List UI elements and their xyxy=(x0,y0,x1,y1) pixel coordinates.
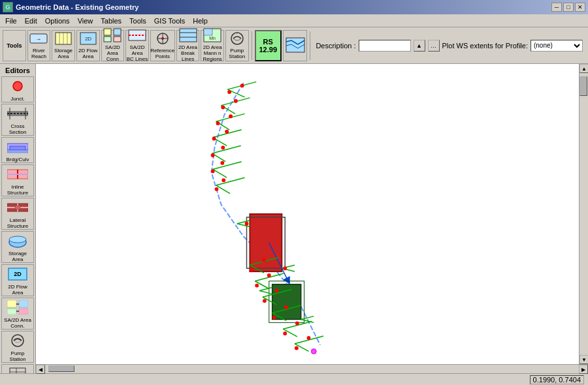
sa-2d-conn-button[interactable]: SA/2D AreaConn xyxy=(101,30,125,61)
sidebar-item-junct[interactable]: Junct. xyxy=(1,76,34,102)
coordinates-display: 0.1990, 0.7404 xyxy=(530,375,584,384)
sidebar-item-storage-area[interactable]: StorageArea xyxy=(1,231,34,263)
svg-point-26 xyxy=(13,82,22,91)
2d-flow-sidebar-label: 2D FlowArea xyxy=(8,284,27,296)
menu-tables[interactable]: Tables xyxy=(97,16,125,26)
map-icon xyxy=(285,35,306,56)
scroll-thumb-h[interactable] xyxy=(48,365,74,372)
scroll-down-button[interactable]: ▼ xyxy=(580,355,588,364)
svg-point-93 xyxy=(245,222,249,226)
tools-tab-button[interactable]: Tools xyxy=(3,30,26,61)
svg-point-120 xyxy=(272,316,276,320)
svg-point-24 xyxy=(231,33,243,44)
description-input[interactable] xyxy=(359,40,411,52)
river-reach-button[interactable]: → RiverReach xyxy=(27,30,51,61)
svg-point-79 xyxy=(225,130,229,134)
svg-point-51 xyxy=(12,335,24,346)
vertical-scrollbar[interactable]: ▲ ▼ xyxy=(579,64,588,364)
main-canvas[interactable] xyxy=(36,64,579,364)
2d-area-break-button[interactable]: 2D AreaBreak Lines xyxy=(176,30,200,61)
storage-area-sidebar-icon xyxy=(7,232,28,250)
reference-points-button[interactable]: ReferencePoints xyxy=(150,30,175,61)
menu-file[interactable]: File xyxy=(1,16,21,26)
lateral-structure-label: LateralStructure xyxy=(7,217,28,229)
geometry-svg xyxy=(36,64,579,364)
2d-mann-button[interactable]: Mn 2D AreaMann nRegions xyxy=(201,30,224,61)
rs-label: RS xyxy=(263,38,273,46)
svg-rect-40 xyxy=(15,206,20,209)
scroll-left-button[interactable]: ◀ xyxy=(36,365,45,374)
canvas-container: ▲ ▼ ◀ ▶ xyxy=(36,64,588,373)
sa-2d-bc-icon xyxy=(128,28,146,44)
description-area: Description : ▲ … Plot WS extents for Pr… xyxy=(313,40,585,52)
menu-help[interactable]: Help xyxy=(189,16,212,26)
scroll-right-button[interactable]: ▶ xyxy=(579,365,588,374)
sa-2d-conn-icon xyxy=(103,28,122,44)
plot-select[interactable]: (none) xyxy=(531,40,583,52)
scroll-track-h[interactable] xyxy=(45,365,579,373)
map-button[interactable] xyxy=(283,30,308,61)
rs-button[interactable]: RS 12.99 xyxy=(255,30,282,61)
svg-rect-33 xyxy=(7,150,28,153)
2d-mann-icon: Mn xyxy=(203,28,221,44)
htab-icon xyxy=(7,365,28,373)
sidebar-item-lateral-structure[interactable]: LateralStructure xyxy=(1,198,34,230)
sidebar-item-inline-structure[interactable]: InlineStructure xyxy=(1,164,34,196)
editors-header: Editors xyxy=(0,65,35,76)
svg-point-84 xyxy=(211,169,215,173)
reference-points-icon xyxy=(154,31,172,48)
2d-flow-area-button[interactable]: 2D 2D FlowArea xyxy=(76,30,100,61)
svg-point-77 xyxy=(229,114,233,118)
svg-point-114 xyxy=(250,268,253,271)
lateral-structure-icon xyxy=(7,198,28,217)
cross-section-label: CrossSection xyxy=(9,123,27,135)
svg-rect-18 xyxy=(180,29,197,42)
pump-station-toolbar-button[interactable]: PumpStation xyxy=(225,30,249,61)
storage-area-button[interactable]: StorageArea xyxy=(52,30,75,61)
svg-point-113 xyxy=(262,258,266,262)
close-button[interactable]: ✕ xyxy=(575,3,585,12)
scroll-up-button[interactable]: ▲ xyxy=(580,64,588,73)
maximize-button[interactable]: □ xyxy=(563,3,574,12)
svg-point-75 xyxy=(234,99,238,103)
sidebar-item-brdg-culv[interactable]: Brdg/Culv xyxy=(1,137,34,163)
scroll-thumb-v[interactable] xyxy=(580,76,587,96)
menu-gis-tools[interactable]: GIS Tools xyxy=(150,16,189,26)
brdg-culv-icon xyxy=(7,138,28,156)
menu-options[interactable]: Options xyxy=(41,16,74,26)
svg-rect-58 xyxy=(39,64,576,364)
sidebar-item-cross-section[interactable]: CrossSection xyxy=(1,104,34,136)
toolbar-separator xyxy=(252,31,252,60)
svg-rect-46 xyxy=(19,300,28,307)
description-spin-up[interactable]: ▲ xyxy=(414,40,425,52)
junct-label: Junct. xyxy=(10,96,24,102)
2d-flow-sidebar-icon: 2D xyxy=(7,265,28,283)
sa-2d-bc-button[interactable]: SA/2D AreaBC Lines xyxy=(125,30,149,61)
svg-point-86 xyxy=(215,187,219,191)
svg-point-82 xyxy=(211,153,215,157)
menu-edit[interactable]: Edit xyxy=(21,16,41,26)
svg-point-119 xyxy=(284,305,288,309)
scroll-track-v[interactable] xyxy=(580,73,588,355)
canvas-with-scrollbar: ▲ ▼ xyxy=(36,64,588,364)
svg-point-125 xyxy=(311,349,316,354)
svg-point-121 xyxy=(295,321,299,325)
pump-station-toolbar-icon xyxy=(228,31,246,48)
minimize-button[interactable]: ─ xyxy=(551,3,562,12)
sidebar-item-sa-2d-conn[interactable]: SA/2D AreaConn. xyxy=(1,298,34,330)
sidebar-item-pump-station[interactable]: PumpStation xyxy=(1,331,34,363)
svg-point-74 xyxy=(227,90,231,94)
sidebar-item-2d-flow[interactable]: 2D 2D FlowArea xyxy=(1,264,34,296)
menu-view[interactable]: View xyxy=(74,16,97,26)
sidebar-item-htab[interactable]: HTabParam. xyxy=(1,364,34,373)
sidebar: Editors Junct. CrossSection xyxy=(0,64,36,373)
svg-point-80 xyxy=(212,137,216,141)
menu-bar: File Edit Options View Tables Tools GIS … xyxy=(0,14,588,27)
svg-rect-52 xyxy=(10,368,25,373)
svg-point-118 xyxy=(263,299,267,303)
description-browse[interactable]: … xyxy=(428,40,440,52)
horizontal-scrollbar[interactable]: ◀ ▶ xyxy=(36,364,588,373)
rs-value: 12.99 xyxy=(259,46,277,54)
svg-point-78 xyxy=(216,121,220,125)
menu-tools[interactable]: Tools xyxy=(125,16,150,26)
